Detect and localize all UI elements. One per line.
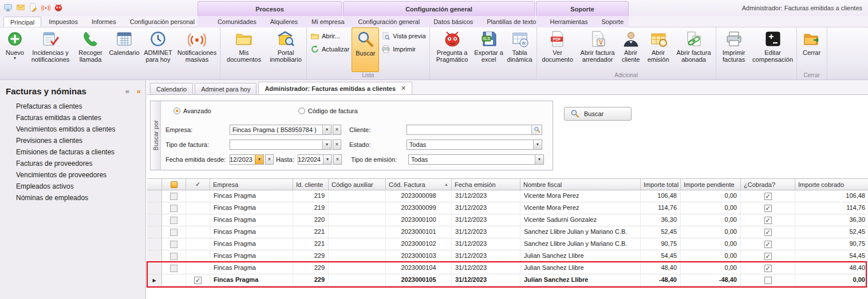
doc-tab-adminet-para-hoy[interactable]: Adminet para hoy — [195, 83, 257, 94]
tab-plantillas-de-texto[interactable]: Plantillas de texto — [480, 17, 542, 27]
dropdown-button[interactable]: ▼ — [322, 125, 331, 134]
dropdown-button[interactable]: ▼ — [323, 155, 332, 164]
tab-alquileres[interactable]: Alquileres — [264, 17, 304, 27]
row-checkbox[interactable] — [170, 265, 177, 272]
row-checkbox[interactable] — [170, 229, 177, 236]
row-checkbox[interactable] — [170, 253, 177, 260]
grid-header-importe_pendiente[interactable]: Importe pendiente — [681, 179, 741, 190]
row-checkbox[interactable] — [170, 205, 177, 212]
tab-principal[interactable]: Principal — [3, 17, 41, 27]
collapse-chevron-icon[interactable]: « — [125, 87, 129, 95]
doc-tab-administrador-facturas[interactable]: Administrador: Facturas emitidas a clien… — [258, 82, 412, 94]
sidebar-item[interactable]: Empleados activos — [0, 181, 145, 192]
row-checkbox[interactable] — [170, 217, 177, 224]
tab-mi-empresa[interactable]: Mi empresa — [305, 17, 350, 27]
tab-configuracion-general[interactable]: Configuración general — [352, 17, 427, 27]
grid-header-row_check[interactable] — [162, 179, 186, 190]
grid-header-codigo_auxiliar[interactable]: Código auxiliar — [329, 179, 386, 190]
tab-comunidades[interactable]: Comunidades — [211, 17, 263, 27]
table-row[interactable]: Fincas Pragma221202300010131/12/2023Sanc… — [147, 226, 868, 238]
abrir-factura-arrendador-button[interactable]: Abrir factura arrendador — [577, 27, 618, 72]
imprimir-facturas-button[interactable]: Imprimir facturas — [717, 27, 751, 72]
sidebar-item[interactable]: Facturas de proveedores — [0, 158, 145, 169]
incidencias-button[interactable]: Incidencias y notificaciones — [27, 27, 73, 72]
table-row[interactable]: ▶Fincas Pragma229202300010531/12/2023Jul… — [147, 274, 868, 286]
imprimir-button[interactable]: Imprimir — [379, 43, 428, 55]
buscar-por-side-tab[interactable]: Buscar por — [151, 101, 161, 170]
ver-documento-button[interactable]: Ver documento — [538, 27, 577, 72]
clear-tipo-factura-button[interactable]: × — [333, 139, 341, 150]
tabla-dinamica-button[interactable]: Tabla dinámica — [504, 27, 535, 72]
tab-configuracion-personal[interactable]: Configuración personal — [124, 17, 201, 27]
tab-impuestos[interactable]: Impuestos — [42, 17, 84, 27]
clear-fecha-desde-button[interactable]: × — [265, 154, 274, 165]
clear-hasta-button[interactable]: × — [333, 154, 342, 165]
dropdown-button[interactable]: ▼ — [533, 140, 542, 149]
grid-header-cobrada[interactable]: ¿Cobrada? — [741, 179, 795, 190]
estado-combobox[interactable]: Todas ▼ — [407, 139, 542, 150]
cobrada-checkbox[interactable] — [764, 241, 772, 248]
screen-icon[interactable] — [3, 2, 13, 12]
cobrada-checkbox[interactable] — [764, 277, 772, 284]
dropdown-button[interactable]: ▼ — [535, 155, 543, 164]
tab-herramientas[interactable]: Herramientas — [543, 17, 594, 27]
grid-header-fecha_emision[interactable]: Fecha emisión — [452, 179, 520, 190]
exportar-excel-button[interactable]: Exportar a excel — [474, 27, 504, 72]
close-tab-icon[interactable]: ✕ — [401, 85, 406, 92]
tipo-factura-combobox[interactable]: ▼ — [230, 139, 332, 150]
cobrada-checkbox[interactable] — [764, 205, 772, 212]
search-lookup-icon[interactable] — [531, 125, 542, 134]
mis-documentos-button[interactable]: Mis documentos — [222, 27, 266, 72]
tab-datos-basicos[interactable]: Datos básicos — [427, 17, 479, 27]
buscar-ribbon-button[interactable]: Buscar — [352, 27, 379, 72]
sidebar-item[interactable]: Vencimientos emitidos a clientes — [0, 123, 145, 135]
table-row[interactable]: Fincas Pragma221202300010231/12/2023Sanc… — [147, 238, 868, 250]
calendario-button[interactable]: Calendario — [108, 27, 141, 72]
sidebar-item[interactable]: Nóminas de empleados — [0, 192, 145, 204]
fecha-desde-datepicker[interactable]: 31/12/2023 ▼ — [230, 154, 264, 165]
cliente-input[interactable] — [407, 125, 542, 135]
table-row[interactable]: Fincas Pragma229202300010331/12/2023Juli… — [147, 250, 868, 262]
tipo-emision-combobox[interactable]: Todas ▼ — [408, 154, 544, 165]
pragmatico-icon[interactable] — [53, 2, 63, 12]
collapse-pane-icon[interactable]: « — [137, 87, 141, 95]
mail-icon[interactable] — [15, 2, 25, 12]
portal-inmobiliario-button[interactable]: Portal inmobiliario — [266, 27, 305, 72]
grid-header-cod_factura[interactable]: Cód. Factura▲ — [386, 179, 452, 190]
adminet-para-hoy-button[interactable]: ADMINET para hoy — [141, 27, 175, 72]
tab-informes[interactable]: Informes — [85, 17, 123, 27]
grid-header-id_cliente[interactable]: Id. cliente — [293, 179, 329, 190]
table-row[interactable]: Fincas Pragma219202300009831/12/2023Vice… — [147, 190, 868, 202]
table-row[interactable]: Fincas Pragma229202300010431/12/2023Juli… — [147, 262, 868, 274]
nuevo-button[interactable]: Nuevo ▼ — [2, 27, 27, 72]
empresa-combobox[interactable]: Fincas Pragma ( B58959784 ) ▼ — [230, 125, 332, 135]
dropdown-button[interactable]: ▼ — [322, 140, 331, 149]
abrir-emision-button[interactable]: Abrir emisión — [644, 27, 673, 72]
actualizar-button[interactable]: Actualizar — [308, 43, 352, 55]
calendar-dropdown-button[interactable]: ▼ — [255, 155, 263, 164]
radio-avanzado[interactable]: Avanzado — [173, 107, 211, 114]
grid-header-nombre_fiscal[interactable]: Nombre fiscal — [520, 179, 641, 190]
grid-header-sel_check[interactable]: ✓ — [186, 179, 210, 190]
grid-header-empresa[interactable]: Empresa — [210, 179, 293, 190]
pregunta-pragmatico-button[interactable]: Pregunta a Pragmático — [431, 27, 474, 72]
clear-empresa-button[interactable]: × — [333, 125, 341, 135]
row-checkbox[interactable] — [170, 193, 177, 200]
sidebar-item[interactable]: Prefacturas a clientes — [0, 101, 145, 112]
tab-soporte[interactable]: Soporte — [595, 17, 630, 27]
abrir-cliente-button[interactable]: Abrir cliente — [618, 27, 644, 72]
notificaciones-masivas-button[interactable]: Notificaciones masivas — [175, 27, 219, 72]
edit-document-icon[interactable] — [28, 2, 38, 12]
cobrada-checkbox[interactable] — [764, 253, 772, 260]
grid-header-importe_cobrado[interactable]: Importe cobrado — [795, 179, 868, 190]
recoger-llamada-button[interactable]: Recoger llamada — [73, 27, 108, 72]
selection-checkbox[interactable] — [194, 277, 202, 284]
hasta-datepicker[interactable]: 31/12/2024 ▼ — [298, 154, 332, 165]
vista-previa-button[interactable]: Vista previa — [379, 30, 428, 42]
sidebar-item[interactable]: Emisiones de facturas a clientes — [0, 146, 145, 158]
row-checkbox[interactable] — [170, 241, 177, 248]
abrir-factura-abonada-button[interactable]: Abrir factura abonada — [673, 27, 715, 72]
cobrada-checkbox[interactable] — [764, 265, 772, 272]
cobrada-checkbox[interactable] — [764, 229, 772, 236]
editar-compensacion-button[interactable]: Editar compensación — [751, 27, 795, 72]
